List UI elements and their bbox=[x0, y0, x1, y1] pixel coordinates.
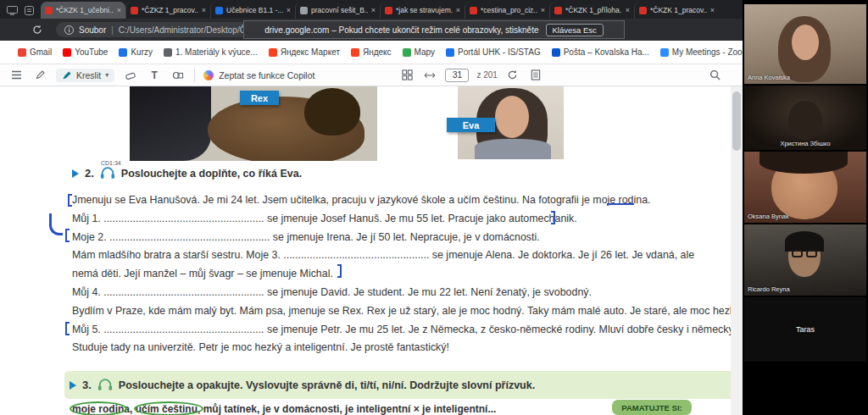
bookmark-label: My Meetings - Zoom bbox=[672, 47, 749, 57]
participant-name: Ricardo Reyna bbox=[748, 285, 790, 293]
info-icon[interactable] bbox=[64, 25, 74, 35]
browser-tab[interactable]: *ČKZK 1_příloha... × bbox=[549, 2, 634, 19]
shapes-icon[interactable] bbox=[170, 68, 186, 83]
bookmark-label: YouTube bbox=[75, 47, 108, 57]
rotate-icon[interactable] bbox=[505, 68, 520, 83]
select-pen-icon[interactable] bbox=[32, 68, 47, 83]
chevron-down-icon: ▾ bbox=[105, 71, 108, 79]
menu-icon[interactable] bbox=[8, 68, 24, 83]
fit-width-icon[interactable] bbox=[422, 68, 437, 83]
exercise-triangle-icon bbox=[70, 381, 76, 390]
headphones-icon bbox=[100, 167, 115, 180]
bookmark-kurzy[interactable]: Kurzy bbox=[119, 47, 153, 57]
tab-close-icon[interactable]: × bbox=[456, 7, 460, 14]
exercise2-line: Mám mladšího bratra a starší sestru. Moj… bbox=[72, 246, 743, 265]
page-number-input[interactable] bbox=[445, 69, 469, 82]
draw-tool-dropdown[interactable]: Kreslit ▾ bbox=[56, 69, 114, 82]
screen-share-icon bbox=[7, 6, 18, 15]
browser-tab[interactable]: *jak se stravujem... × bbox=[380, 2, 465, 19]
browser-tab[interactable]: *ČKZK 1_pracov... × bbox=[634, 2, 719, 19]
address-path: C:/Users/Administrator/Desktop/Češ... bbox=[119, 25, 262, 35]
participant-face bbox=[792, 25, 819, 60]
eva-face bbox=[495, 96, 529, 138]
exercise3-title: Poslouchejte a opakujte. Vyslovujte sprá… bbox=[119, 379, 535, 391]
zoom-icon bbox=[660, 48, 669, 57]
search-icon[interactable] bbox=[707, 68, 722, 83]
bookmark-gmail[interactable]: Gmail bbox=[18, 47, 52, 57]
page-layout-icon[interactable] bbox=[528, 68, 543, 83]
thumbnails-icon[interactable] bbox=[399, 68, 415, 83]
cd-track-label: CD1:34 bbox=[101, 160, 121, 166]
yandex-icon bbox=[351, 48, 359, 57]
tab-title: *ČKZK 1_příloha... bbox=[565, 6, 622, 14]
participant-tile[interactable]: Ricardo Reyna bbox=[744, 224, 866, 296]
glasses-detail bbox=[792, 250, 803, 257]
tab-close-icon[interactable]: × bbox=[287, 7, 291, 14]
browser-tab[interactable]: *ČZKZ 1_pracov... × bbox=[125, 2, 210, 19]
doc-favicon bbox=[215, 7, 223, 14]
tab-close-icon[interactable]: × bbox=[371, 7, 376, 14]
reload-icon[interactable] bbox=[32, 25, 42, 35]
bookmark-yandex[interactable]: Яндекс bbox=[351, 47, 392, 57]
tab-close-icon[interactable]: × bbox=[117, 7, 121, 14]
page-total-label: z 201 bbox=[476, 70, 497, 80]
participant-silhouette bbox=[788, 101, 822, 140]
bookmark-zoom[interactable]: My Meetings - Zoom bbox=[660, 47, 749, 57]
bookmark-portal-uhk[interactable]: Portál UHK - IS/STAG bbox=[446, 47, 541, 57]
bookmark-youtube[interactable]: YouTube bbox=[63, 47, 108, 57]
scrollbar[interactable] bbox=[731, 86, 743, 415]
participant-tile[interactable]: Anna Kovalska bbox=[744, 4, 866, 84]
scrollbar-thumb[interactable] bbox=[732, 91, 741, 151]
folder-icon bbox=[164, 48, 172, 57]
browser-tab[interactable]: *cestina_pro_ciz... × bbox=[465, 2, 549, 19]
bookmark-label: Mapy bbox=[415, 47, 435, 57]
tab-title: *cestina_pro_ciz... bbox=[481, 6, 537, 14]
exercise2-number: 2. bbox=[85, 167, 94, 180]
tab-close-icon[interactable]: × bbox=[202, 7, 206, 14]
copilot-icon bbox=[203, 70, 214, 80]
toolbar-divider bbox=[194, 69, 195, 82]
dog-head bbox=[304, 88, 360, 136]
pdf-favicon bbox=[470, 7, 477, 14]
bookmark-materialy-folder[interactable]: 1. Materiály k výuce... bbox=[164, 47, 258, 57]
green-pen-annotation bbox=[70, 401, 127, 415]
bookmark-posta[interactable]: Pošta – Kovalska Ha... bbox=[552, 47, 649, 57]
browser-tab[interactable]: *ČKZK 1_učebni... × bbox=[41, 2, 125, 19]
bookmark-label: Portál UHK - IS/STAG bbox=[458, 47, 541, 57]
tab-close-icon[interactable]: × bbox=[710, 7, 715, 14]
tab-close-icon[interactable]: × bbox=[626, 7, 630, 14]
bookmark-mapy[interactable]: Mapy bbox=[403, 47, 435, 57]
browser-tab[interactable]: pracovní sešit_B... × bbox=[295, 2, 380, 19]
bookmark-yandex-market[interactable]: Яндекс Маркет bbox=[269, 47, 340, 57]
page-controls: z 201 bbox=[399, 68, 542, 83]
participant-tile[interactable]: Oksana Bynak bbox=[744, 152, 866, 223]
participant-tile[interactable]: Taras bbox=[744, 297, 866, 362]
participant-name: Anna Kovalska bbox=[748, 74, 790, 81]
tab-close-icon[interactable]: × bbox=[541, 7, 545, 14]
address-scheme: Soubor bbox=[79, 25, 106, 35]
gmail-icon bbox=[18, 48, 26, 57]
pdf-favicon bbox=[385, 7, 392, 14]
copilot-label: Zeptat se funkce Copilot bbox=[219, 70, 314, 80]
text-tool-icon[interactable]: T bbox=[147, 68, 162, 83]
exercise2-text: Jmenuju se Eva Hanušová. Je mi 24 let. J… bbox=[72, 191, 743, 357]
glasses-detail bbox=[806, 250, 817, 257]
exercise3-header: 3. Poslouchejte a opakujte. Vyslovujte s… bbox=[64, 371, 743, 399]
bookmark-label: Яндекс Маркет bbox=[281, 47, 340, 57]
exercise2-title: Poslouchejte a doplňte, co říká Eva. bbox=[121, 168, 302, 180]
exercise2-line: Bydlím v Praze, kde mám malý byt. Mám ps… bbox=[72, 302, 743, 321]
yandex-market-icon bbox=[269, 48, 277, 57]
eva-top bbox=[475, 139, 551, 159]
bookmark-label: Kurzy bbox=[131, 47, 153, 57]
tab-list-icon[interactable] bbox=[25, 6, 34, 15]
eraser-icon[interactable] bbox=[123, 68, 138, 83]
browser-tab[interactable]: Učebnice B1.1 -... × bbox=[210, 2, 295, 19]
window-icons bbox=[0, 6, 41, 19]
participant-tile[interactable]: Христина Збішко bbox=[744, 86, 866, 150]
pdf-favicon bbox=[639, 7, 647, 14]
fullscreen-exit-notice: drive.google.com – Pokud chcete ukončit … bbox=[243, 20, 625, 39]
exercise2-line: nemá děti. Její manžel – můj švagr – se … bbox=[72, 265, 743, 284]
pen-icon bbox=[62, 70, 72, 80]
tab-title: *ČKZK 1_pracov... bbox=[650, 6, 707, 14]
copilot-button[interactable]: Zeptat se funkce Copilot bbox=[203, 70, 314, 80]
